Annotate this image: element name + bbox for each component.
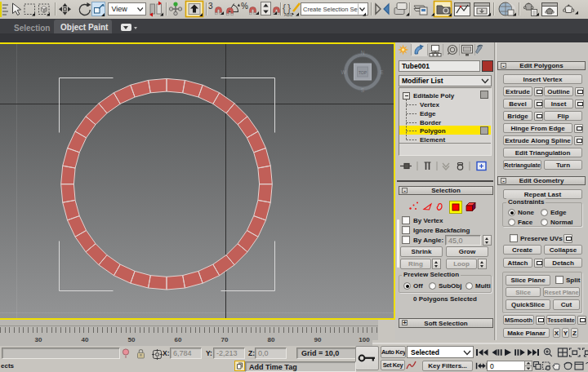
- svg-text:%: %: [241, 2, 248, 11]
- svg-text:0: 0: [490, 362, 494, 370]
- svg-text:Create Selection Se: Create Selection Se: [303, 6, 358, 13]
- svg-text:View: View: [112, 5, 128, 13]
- svg-text:N: N: [361, 50, 365, 55]
- svg-text:ABC: ABC: [284, 12, 293, 17]
- svg-text:E: E: [380, 69, 384, 75]
- svg-text:S: S: [361, 87, 365, 93]
- svg-text:3: 3: [208, 2, 213, 11]
- svg-text:TOP: TOP: [359, 70, 368, 75]
- svg-text:W: W: [341, 69, 346, 75]
